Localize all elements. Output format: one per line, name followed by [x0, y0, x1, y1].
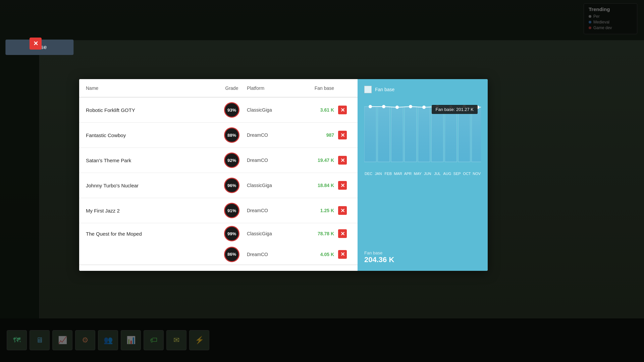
svg-point-14: [395, 106, 399, 109]
delete-icon-4: ✕: [338, 206, 347, 215]
chart-tooltip: Fan base: 201.27 K: [432, 105, 478, 114]
svg-rect-6: [445, 107, 457, 162]
row-grade-4: 91%: [217, 203, 247, 218]
row-platform-3: ClassicGiga: [247, 183, 301, 188]
delete-icon-1: ✕: [338, 131, 347, 139]
svg-rect-8: [472, 107, 481, 162]
chart-legend: Fan base: [364, 86, 481, 93]
row-fanbase-6: 4.05 K: [301, 252, 334, 257]
delete-button-3[interactable]: ✕: [338, 181, 347, 190]
x-label-jan: JAN: [374, 172, 382, 176]
delete-button-5[interactable]: ✕: [338, 229, 347, 238]
row-action-3: ✕: [334, 181, 351, 190]
fan-base-label: Fan base: [364, 250, 481, 255]
delete-icon-3: ✕: [338, 181, 347, 190]
table-row-quest-bottom: 86% DreamCO 4.05 K ✕: [79, 244, 358, 265]
row-fanbase-3: 18.84 K: [301, 183, 334, 188]
row-grade-1: 88%: [217, 127, 247, 143]
table-row: Satan's Theme Park 92% DreamCO 19.47 K ✕: [79, 148, 358, 173]
row-action-5: ✕: [334, 229, 351, 238]
delete-icon-0: ✕: [338, 106, 347, 114]
svg-point-12: [369, 105, 372, 108]
svg-point-15: [409, 105, 412, 108]
legend-label: Fan base: [375, 87, 394, 92]
row-grade-2: 92%: [217, 153, 247, 168]
row-action-6: ✕: [334, 250, 351, 259]
row-platform-2: DreamCO: [247, 158, 301, 163]
col-header-fanbase: Fan base: [301, 85, 334, 91]
row-grade-6: 86%: [217, 247, 247, 262]
svg-rect-5: [431, 107, 443, 162]
row-name-1: Fantastic Cowboy: [86, 132, 217, 138]
grade-circle-6: 86%: [224, 247, 239, 262]
legend-box: [364, 86, 372, 93]
x-label-jun: JUN: [423, 172, 432, 176]
row-platform-5: ClassicGiga: [247, 231, 301, 236]
row-fanbase-2: 19.47 K: [301, 158, 334, 163]
table-row: My First Jazz 2 91% DreamCO 1.25 K ✕: [79, 198, 358, 223]
chart-x-labels: DEC JAN FEB MAR APR MAY JUN JUL AUG SEP …: [364, 172, 481, 176]
col-header-grade: Grade: [217, 85, 247, 91]
delete-button-2[interactable]: ✕: [338, 156, 347, 165]
delete-button-0[interactable]: ✕: [338, 105, 347, 115]
x-label-mar: MAR: [394, 172, 402, 176]
row-action-4: ✕: [334, 206, 351, 215]
svg-point-13: [382, 105, 385, 108]
fan-base-value: 204.36 K: [364, 255, 481, 264]
svg-rect-7: [458, 107, 470, 162]
row-action-0: ✕: [334, 105, 351, 115]
svg-rect-0: [364, 107, 376, 162]
table-row-quest-top: The Quest for the Moped 99% ClassicGiga …: [79, 223, 358, 244]
row-action-2: ✕: [334, 156, 351, 165]
x-label-oct: OCT: [463, 172, 471, 176]
table-body: Robotic Forklift GOTY 93% ClassicGiga 3.…: [79, 98, 358, 271]
row-fanbase-5: 78.78 K: [301, 231, 334, 236]
grade-circle-4: 91%: [224, 203, 239, 218]
delete-icon-2: ✕: [338, 156, 347, 165]
row-platform-0: ClassicGiga: [247, 107, 301, 113]
row-action-1: ✕: [334, 130, 351, 140]
delete-icon-5: ✕: [338, 229, 347, 238]
chart-area: Fan base: 201.27 K DEC JAN FEB MAR APR M…: [364, 97, 481, 247]
table-row: Fantastic Cowboy 88% DreamCO 987 ✕: [79, 123, 358, 148]
x-label-aug: AUG: [443, 172, 451, 176]
table-row: Johnny Turbo's Nuclear 96% ClassicGiga 1…: [79, 173, 358, 198]
delete-button-4[interactable]: ✕: [338, 206, 347, 215]
row-platform-1: DreamCO: [247, 132, 301, 138]
table-header: Name Grade Platform Fan base: [79, 79, 358, 98]
row-name-3: Johnny Turbo's Nuclear: [86, 183, 217, 188]
fan-base-info: Fan base 204.36 K: [364, 250, 481, 264]
row-name-0: Robotic Forklift GOTY: [86, 107, 217, 113]
svg-rect-3: [405, 107, 417, 162]
delete-button-1[interactable]: ✕: [338, 130, 347, 140]
svg-rect-1: [378, 107, 390, 162]
x-label-feb: FEB: [384, 172, 392, 176]
modal: Name Grade Platform Fan base Robotic For…: [79, 79, 488, 271]
grade-circle-2: 92%: [224, 153, 239, 168]
grade-circle-0: 93%: [224, 102, 239, 118]
x-label-jul: JUL: [433, 172, 441, 176]
svg-rect-2: [391, 107, 403, 162]
grade-circle-3: 96%: [224, 178, 239, 193]
delete-button-6[interactable]: ✕: [338, 250, 347, 259]
grade-circle-5: 99%: [224, 226, 239, 241]
grade-circle-1: 88%: [224, 127, 239, 143]
row-grade-0: 93%: [217, 102, 247, 118]
row-grade-3: 96%: [217, 178, 247, 193]
modal-close-button[interactable]: ✕: [30, 38, 42, 50]
x-label-sep: SEP: [453, 172, 461, 176]
row-fanbase-0: 3.61 K: [301, 107, 334, 113]
row-grade-5: 99%: [217, 226, 247, 241]
row-platform-4: DreamCO: [247, 208, 301, 213]
svg-point-16: [422, 106, 426, 109]
row-platform-6: DreamCO: [247, 252, 301, 257]
svg-rect-4: [418, 107, 430, 162]
row-name-4: My First Jazz 2: [86, 208, 217, 214]
row-name-2: Satan's Theme Park: [86, 158, 217, 163]
row-fanbase-4: 1.25 K: [301, 208, 334, 213]
x-label-nov: NOV: [473, 172, 481, 176]
table-row: Robotic Forklift GOTY 93% ClassicGiga 3.…: [79, 98, 358, 123]
col-header-platform: Platform: [247, 85, 301, 91]
row-name-5: The Quest for the Moped: [86, 231, 217, 237]
quest-moped-group: The Quest for the Moped 99% ClassicGiga …: [79, 223, 358, 265]
